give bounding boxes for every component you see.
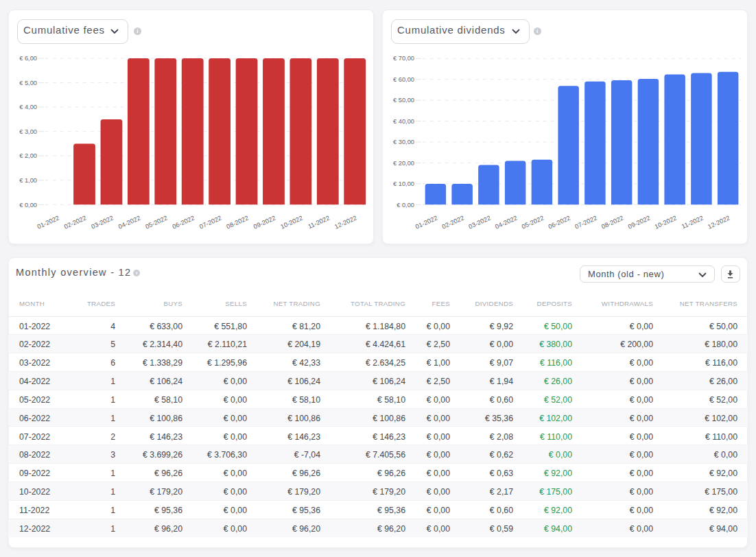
svg-text:€ 30,00: € 30,00 bbox=[393, 139, 414, 145]
svg-text:03-2022: 03-2022 bbox=[467, 215, 491, 230]
svg-text:€ 1,00: € 1,00 bbox=[19, 177, 37, 184]
svg-text:€ 20,00: € 20,00 bbox=[393, 160, 414, 167]
svg-text:04-2022: 04-2022 bbox=[494, 215, 518, 230]
svg-text:11-2022: 11-2022 bbox=[307, 215, 331, 230]
svg-text:06-2022: 06-2022 bbox=[547, 215, 571, 230]
svg-text:12-2022: 12-2022 bbox=[333, 215, 357, 230]
svg-text:08-2022: 08-2022 bbox=[226, 215, 250, 230]
svg-text:€ 5,00: € 5,00 bbox=[19, 80, 37, 86]
svg-text:01-2022: 01-2022 bbox=[36, 215, 60, 230]
svg-text:08-2022: 08-2022 bbox=[600, 215, 624, 230]
svg-text:€ 60,00: € 60,00 bbox=[393, 76, 414, 83]
svg-text:12-2022: 12-2022 bbox=[707, 215, 731, 230]
svg-text:€ 50,00: € 50,00 bbox=[393, 97, 414, 104]
svg-text:10-2022: 10-2022 bbox=[279, 215, 303, 230]
svg-text:€ 70,00: € 70,00 bbox=[393, 55, 414, 62]
svg-text:06-2022: 06-2022 bbox=[172, 215, 196, 230]
svg-text:02-2022: 02-2022 bbox=[63, 215, 87, 230]
svg-text:€ 0,00: € 0,00 bbox=[397, 202, 414, 209]
svg-text:09-2022: 09-2022 bbox=[627, 215, 651, 230]
svg-text:€ 0,00: € 0,00 bbox=[19, 202, 37, 209]
svg-text:05-2022: 05-2022 bbox=[144, 215, 168, 230]
svg-text:11-2022: 11-2022 bbox=[681, 215, 705, 230]
svg-text:09-2022: 09-2022 bbox=[252, 215, 276, 230]
svg-text:€ 3,00: € 3,00 bbox=[19, 128, 37, 135]
svg-text:01-2022: 01-2022 bbox=[414, 215, 438, 230]
svg-text:02-2022: 02-2022 bbox=[441, 215, 465, 230]
svg-text:03-2022: 03-2022 bbox=[90, 215, 114, 230]
svg-text:€ 40,00: € 40,00 bbox=[393, 118, 414, 125]
svg-text:€ 4,00: € 4,00 bbox=[19, 104, 37, 110]
svg-text:07-2022: 07-2022 bbox=[198, 215, 222, 230]
svg-text:€ 10,00: € 10,00 bbox=[393, 180, 414, 187]
svg-text:05-2022: 05-2022 bbox=[521, 215, 545, 230]
svg-text:10-2022: 10-2022 bbox=[654, 215, 678, 230]
svg-text:€ 6,00: € 6,00 bbox=[19, 55, 37, 62]
svg-text:€ 2,00: € 2,00 bbox=[19, 152, 37, 159]
svg-text:04-2022: 04-2022 bbox=[117, 215, 141, 230]
svg-text:07-2022: 07-2022 bbox=[574, 215, 598, 230]
